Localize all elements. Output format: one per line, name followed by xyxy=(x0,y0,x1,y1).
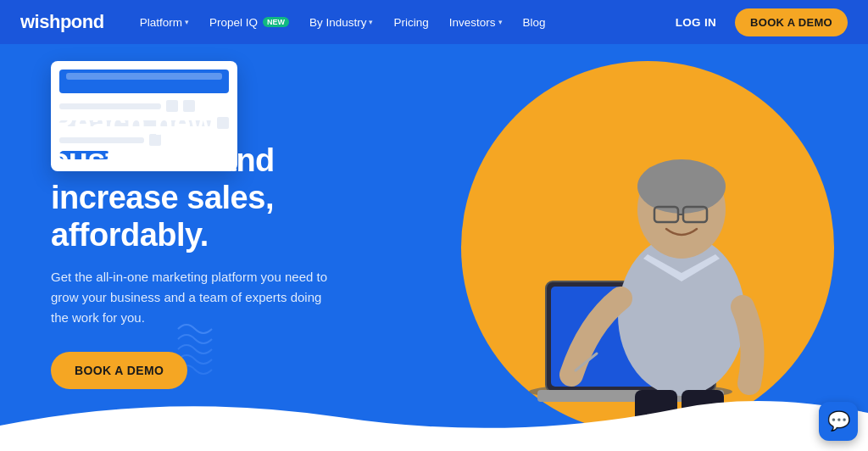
nav-item-propeliq[interactable]: Propel IQ NEW xyxy=(201,11,298,34)
navigation: wishpond Platform ▾ Propel IQ NEW By Ind… xyxy=(0,0,868,44)
book-demo-hero-button[interactable]: BOOK A DEMO xyxy=(51,352,187,389)
wave-bottom-decoration xyxy=(0,383,868,451)
hero-content: Reach new customers and increase sales, … xyxy=(0,106,356,390)
chevron-down-icon: ▾ xyxy=(498,18,503,26)
nav-item-platform[interactable]: Platform ▾ xyxy=(131,11,198,34)
hero-section: Reach new customers and increase sales, … xyxy=(0,44,868,451)
nav-right: LOG IN BOOK A DEMO xyxy=(667,8,848,36)
chat-icon: 💬 xyxy=(827,410,850,432)
mockup-header-bar xyxy=(59,70,229,93)
nav-item-pricing[interactable]: Pricing xyxy=(385,11,437,34)
svg-point-6 xyxy=(637,159,726,214)
new-badge: NEW xyxy=(263,17,289,27)
brand-logo[interactable]: wishpond xyxy=(20,11,104,33)
mockup-header-inner xyxy=(66,73,222,80)
chat-widget-button[interactable]: 💬 xyxy=(819,402,858,441)
chevron-down-icon: ▾ xyxy=(369,18,373,26)
nav-item-investors[interactable]: Investors ▾ xyxy=(441,11,511,34)
hero-subtitle: Get the all-in-one marketing platform yo… xyxy=(51,267,339,328)
nav-links: Platform ▾ Propel IQ NEW By Industry ▾ P… xyxy=(131,11,667,34)
hero-title: Reach new customers and increase sales, … xyxy=(51,106,356,254)
nav-item-industry[interactable]: By Industry ▾ xyxy=(301,11,382,34)
login-button[interactable]: LOG IN xyxy=(667,11,725,34)
nav-item-blog[interactable]: Blog xyxy=(515,11,554,34)
book-demo-nav-button[interactable]: BOOK A DEMO xyxy=(735,8,848,36)
chevron-down-icon: ▾ xyxy=(185,18,189,26)
svg-point-4 xyxy=(618,235,745,396)
